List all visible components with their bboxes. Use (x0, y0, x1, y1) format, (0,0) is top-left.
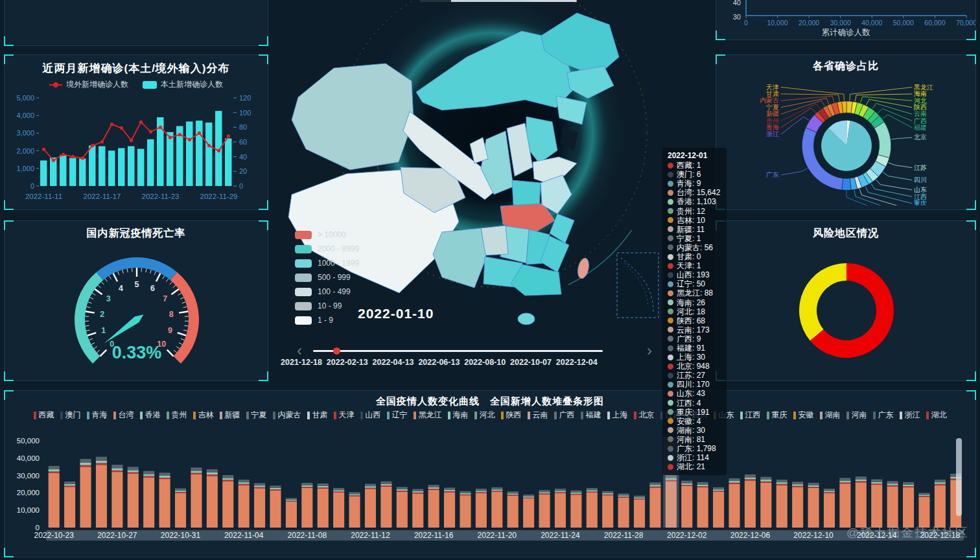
stacked-bar-segment[interactable] (760, 483, 771, 528)
timeline-date[interactable]: 2022-08-10 (464, 358, 506, 367)
stacked-bar-segment[interactable] (380, 484, 391, 485)
stacked-bar-segment[interactable] (523, 498, 534, 528)
local-bar[interactable] (137, 149, 145, 186)
stacked-bar-segment[interactable] (365, 486, 376, 487)
stacked-legend-item[interactable]: 天津 (334, 410, 355, 421)
stacked-legend-item[interactable]: 北京 (634, 410, 655, 421)
stacked-legend-item[interactable]: 上海 (607, 410, 628, 421)
stacked-bar-segment[interactable] (697, 485, 708, 486)
stacked-bar-segment[interactable] (871, 485, 882, 528)
stacked-bar-segment[interactable] (618, 496, 629, 497)
stacked-bar-segment[interactable] (80, 465, 91, 467)
stacked-bar-segment[interactable] (903, 486, 914, 487)
stacked-bar-segment[interactable] (49, 466, 60, 469)
stacked-bar-segment[interactable] (80, 467, 91, 528)
legend-item-local[interactable]: 本土新增确诊人数 (143, 79, 223, 90)
stacked-bar-segment[interactable] (903, 487, 914, 528)
stacked-bar-segment[interactable] (918, 495, 929, 496)
risk-slice[interactable] (799, 263, 846, 341)
stacked-bar-segment[interactable] (254, 487, 265, 489)
stacked-bar-segment[interactable] (286, 501, 297, 502)
stacked-bar-segment[interactable] (634, 499, 645, 528)
stacked-bar-segment[interactable] (412, 489, 423, 491)
stacked-bar-segment[interactable] (760, 477, 771, 480)
stacked-bar-segment[interactable] (349, 494, 360, 495)
stacked-legend-item[interactable]: 内蒙古 (273, 410, 301, 421)
stacked-bar-segment[interactable] (745, 480, 756, 528)
stacked-bar-segment[interactable] (64, 482, 75, 484)
stacked-bar-segment[interactable] (856, 482, 867, 528)
stacked-bar-segment[interactable] (222, 478, 233, 480)
stacked-bar-segment[interactable] (824, 493, 835, 528)
stacked-bar-segment[interactable] (508, 496, 519, 528)
local-bar[interactable] (225, 139, 232, 186)
stacked-bar-segment[interactable] (935, 480, 946, 482)
stacked-bar-segment[interactable] (839, 482, 850, 484)
stacked-bar-segment[interactable] (491, 489, 502, 491)
stacked-bar-segment[interactable] (191, 471, 202, 472)
stacked-bar-segment[interactable] (333, 488, 344, 490)
stacked-bar-segment[interactable] (96, 461, 107, 463)
stacked-bar-segment[interactable] (128, 472, 139, 474)
local-bar[interactable] (89, 145, 96, 186)
stacked-bar-segment[interactable] (729, 481, 740, 483)
stacked-bar-segment[interactable] (111, 465, 122, 468)
timeline-date[interactable]: 2022-10-07 (510, 358, 552, 367)
stacked-bar-segment[interactable] (64, 484, 75, 485)
stacked-bar-segment[interactable] (713, 487, 724, 489)
stacked-bar-segment[interactable] (254, 485, 265, 487)
timeline-next-icon[interactable]: › (647, 342, 652, 360)
stacked-bar-segment[interactable] (681, 484, 692, 485)
stacked-bar-segment[interactable] (222, 475, 233, 478)
stacked-bar-segment[interactable] (570, 493, 581, 494)
stacked-bar-segment[interactable] (270, 491, 281, 528)
stacked-bar-segment[interactable] (428, 489, 439, 490)
stacked-bar-segment[interactable] (555, 489, 566, 491)
stacked-bar-segment[interactable] (159, 476, 170, 478)
stacked-bar-segment[interactable] (856, 476, 867, 479)
stacked-bar-segment[interactable] (143, 476, 154, 477)
map-legend-item[interactable]: > 10000 (295, 228, 359, 242)
stacked-bar-segment[interactable] (222, 481, 233, 528)
stacked-bar-segment[interactable] (634, 497, 645, 498)
local-bar[interactable] (40, 161, 47, 186)
stacked-bar-segment[interactable] (270, 489, 281, 491)
stacked-legend-item[interactable]: 江西 (740, 410, 761, 421)
stacked-bar-segment[interactable] (508, 493, 519, 495)
stacked-bar-segment[interactable] (634, 496, 645, 498)
stacked-bar-segment[interactable] (523, 495, 534, 496)
stacked-bar-segment[interactable] (318, 486, 329, 487)
stacked-bar-segment[interactable] (523, 496, 534, 498)
stacked-bar-segment[interactable] (428, 487, 439, 489)
stacked-bar-segment[interactable] (570, 495, 581, 528)
stacked-bar-segment[interactable] (760, 480, 771, 482)
stacked-bar-segment[interactable] (191, 474, 202, 528)
local-bar[interactable] (205, 122, 213, 186)
stacked-bar-segment[interactable] (887, 484, 898, 485)
stacked-legend-item[interactable]: 甘肃 (307, 410, 328, 421)
stacked-bar-segment[interactable] (159, 478, 170, 479)
stacked-bar-segment[interactable] (175, 491, 186, 492)
stacked-bar-segment[interactable] (49, 469, 60, 471)
stacked-bar-segment[interactable] (824, 489, 835, 491)
stacked-bar-segment[interactable] (254, 483, 265, 485)
stacked-bar-segment[interactable] (175, 492, 186, 493)
stacked-bar-segment[interactable] (887, 485, 898, 487)
stacked-bar-segment[interactable] (935, 484, 946, 485)
stacked-bar-segment[interactable] (80, 463, 91, 465)
stacked-bar-segment[interactable] (301, 488, 312, 528)
stacked-bar-segment[interactable] (776, 480, 788, 482)
stacked-legend-item[interactable]: 河南 (846, 410, 867, 421)
stacked-bar-segment[interactable] (508, 495, 519, 495)
stacked-bar-segment[interactable] (602, 491, 613, 493)
stacked-bar-segment[interactable] (286, 500, 297, 501)
stacked-bar-segment[interactable] (539, 492, 550, 493)
stacked-bar-segment[interactable] (729, 478, 740, 481)
stacked-bar-segment[interactable] (143, 474, 154, 476)
timeline-date[interactable]: 2022-12-04 (556, 358, 598, 367)
stacked-bar-segment[interactable] (318, 489, 329, 528)
map-legend-item[interactable]: 100 - 499 (295, 285, 359, 299)
timeline-track[interactable] (313, 350, 603, 352)
stacked-bar-segment[interactable] (918, 497, 929, 528)
stacked-bar-segment[interactable] (397, 491, 408, 528)
